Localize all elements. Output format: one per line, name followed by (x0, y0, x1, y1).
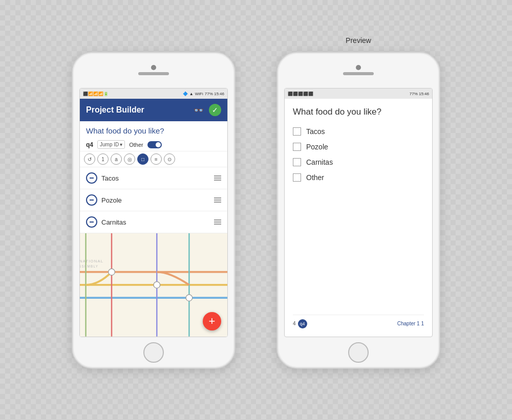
svg-text:ASSEMBLY: ASSEMBLY (80, 264, 98, 268)
preview-footer-left: 4 q4 (293, 319, 307, 328)
preview-text-pozole: Pozole (306, 143, 328, 151)
drag-line (214, 200, 221, 201)
choice-text-carnitas: Carnitas (101, 218, 126, 226)
app-title: Project Builder (86, 105, 144, 115)
header-icons: 👓 ✓ (194, 104, 221, 116)
fab-add-button[interactable]: + (203, 312, 221, 330)
toolbar-undo[interactable]: ↺ (84, 153, 95, 165)
drag-line (214, 180, 221, 181)
other-toggle[interactable] (147, 141, 162, 148)
checkbox-tacos[interactable] (293, 127, 301, 136)
drag-handle-pozole[interactable] (214, 197, 221, 203)
toolbar-lines[interactable]: ≡ (151, 153, 162, 165)
jump-label: Jump ID (100, 142, 119, 147)
drag-handle-carnitas[interactable] (214, 219, 221, 225)
choice-icon-tacos (86, 172, 97, 184)
choice-item-carnitas[interactable]: Carnitas (80, 211, 227, 233)
drag-line (214, 175, 221, 176)
toolbar-number[interactable]: 1 (97, 153, 109, 165)
checkbox-carnitas[interactable] (293, 158, 301, 166)
drag-handle-tacos[interactable] (214, 175, 221, 181)
drag-line (214, 202, 221, 203)
choice-item-tacos[interactable]: Tacos (80, 167, 227, 189)
toolbar-alpha[interactable]: a (111, 153, 122, 165)
camera-dot (151, 65, 156, 70)
other-label: Other (129, 142, 143, 148)
right-phone-bottom (348, 337, 369, 368)
drag-line (214, 178, 221, 179)
question-id: q4 (86, 141, 93, 148)
checkbox-pozole[interactable] (293, 143, 301, 151)
choice-list: Tacos Pozole (80, 167, 227, 337)
status-right-text: 🔷 ▲ WiFi 77% 15:46 (183, 92, 224, 96)
preview-choice-other: Other (293, 173, 424, 182)
preview-content: What food do you like? Tacos Pozole Carn… (285, 99, 432, 337)
checkmark-icon: ✓ (212, 106, 218, 114)
wifi-icon: WiFi (195, 92, 203, 96)
dropdown-arrow: ▾ (120, 142, 122, 147)
svg-text:NATIONAL: NATIONAL (80, 259, 103, 263)
right-status-icons: ⬛⬛⬛⬛⬛ (288, 92, 313, 96)
preview-choice-pozole: Pozole (293, 143, 424, 151)
preview-question-title: What food do you like? (293, 107, 424, 117)
right-status-right: 77% 15:46 (410, 92, 429, 96)
choice-icon-carnitas (86, 216, 97, 228)
speaker-right (343, 72, 374, 75)
drag-line (214, 222, 221, 223)
jump-dropdown[interactable]: Jump ID ▾ (97, 140, 125, 149)
status-left-icons: ⬛📶📶📶🔋 (83, 92, 109, 96)
toolbar-square-selected[interactable]: □ (137, 153, 148, 165)
checkbox-other[interactable] (293, 173, 301, 182)
choice-icon-pozole (86, 194, 97, 206)
left-phone: ⬛📶📶📶🔋 🔷 ▲ WiFi 77% 15:46 Project Builder… (72, 52, 236, 369)
right-battery-text: 77% 15:46 (410, 92, 429, 96)
signal-icon: ▲ (189, 92, 194, 96)
right-status-bar: ⬛⬛⬛⬛⬛ 77% 15:46 (285, 89, 432, 99)
toolbar-target[interactable]: ◎ (124, 153, 135, 165)
left-phone-bottom (143, 337, 164, 368)
choice-left-tacos: Tacos (86, 172, 119, 184)
drag-line (214, 219, 221, 220)
right-phone-wrapper: Preview ⬛⬛⬛⬛⬛ 77% 15:46 What (276, 52, 440, 369)
toolbar-row: ↺ 1 a ◎ □ ≡ ⊙ (80, 151, 227, 167)
right-status-left: ⬛⬛⬛⬛⬛ (288, 92, 313, 96)
preview-text-tacos: Tacos (306, 127, 325, 136)
battery-text: 77% 15:46 (205, 92, 224, 96)
preview-footer: 4 q4 Chapter 1 1 (293, 315, 424, 328)
bluetooth-icon: 🔷 (183, 92, 188, 96)
choice-minus-tacos (90, 178, 94, 179)
question-meta: q4 Jump ID ▾ Other (80, 138, 227, 151)
app-header: Project Builder 👓 ✓ (80, 99, 227, 121)
choice-left-pozole: Pozole (86, 194, 122, 206)
right-phone: ⬛⬛⬛⬛⬛ 77% 15:46 What food do you like? T… (276, 52, 440, 369)
glasses-icon[interactable]: 👓 (194, 105, 204, 115)
camera-dot-right (356, 65, 361, 70)
choice-minus-pozole (90, 200, 94, 201)
drag-line (214, 224, 221, 225)
toolbar-more[interactable]: ⊙ (164, 153, 175, 165)
right-phone-screen: ⬛⬛⬛⬛⬛ 77% 15:46 What food do you like? T… (284, 88, 433, 337)
home-button-right[interactable] (348, 342, 369, 363)
left-phone-top (73, 53, 234, 89)
checkmark-button[interactable]: ✓ (209, 104, 221, 116)
map-area: NATIONAL ASSEMBLY + (80, 233, 227, 337)
choice-text-tacos: Tacos (101, 174, 119, 182)
home-button-left[interactable] (143, 342, 164, 363)
preview-text-other: Other (306, 173, 324, 182)
preview-choice-tacos: Tacos (293, 127, 424, 136)
right-phone-top (278, 53, 439, 89)
svg-point-9 (186, 295, 193, 301)
svg-point-8 (154, 282, 160, 289)
choice-item-pozole[interactable]: Pozole (80, 189, 227, 211)
footer-badge: q4 (298, 319, 307, 328)
choice-text-pozole: Pozole (101, 196, 122, 204)
question-title: What food do you like? (80, 121, 227, 138)
footer-number: 4 (293, 321, 296, 326)
preview-label: Preview (346, 36, 371, 45)
choice-minus-carnitas (90, 222, 94, 223)
preview-text-carnitas: Carnitas (306, 158, 333, 166)
svg-point-7 (109, 269, 115, 275)
left-status-bar: ⬛📶📶📶🔋 🔷 ▲ WiFi 77% 15:46 (80, 89, 227, 99)
speaker (138, 72, 169, 75)
footer-q-label: q4 (300, 321, 305, 326)
